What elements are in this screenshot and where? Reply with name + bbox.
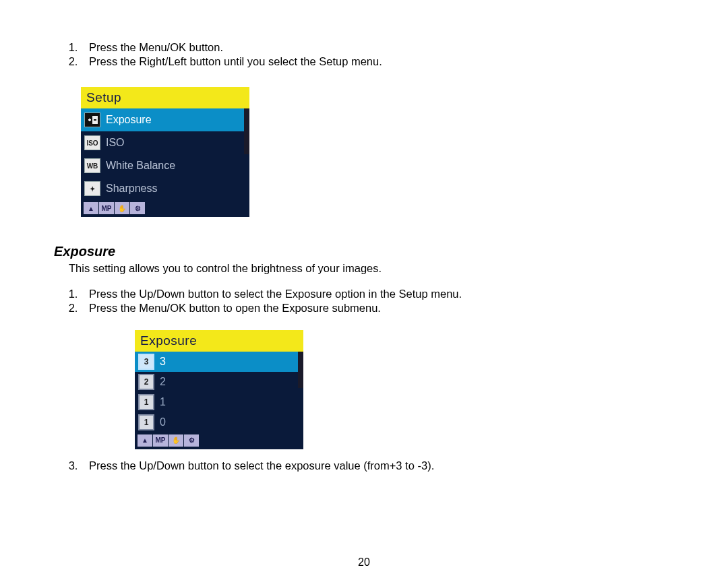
exposure-value-icon: 2 — [138, 374, 154, 390]
setup-menu-screenshot: Setup Exposure ISO ISO WB White Balance … — [81, 87, 249, 217]
menu-item-label: Exposure — [106, 114, 152, 126]
scrollbar-thumb — [244, 108, 249, 154]
menu-item-sharpness: ✦ Sharpness — [81, 177, 249, 200]
scrollbar — [244, 108, 249, 200]
exposure-value-label: 3 — [160, 356, 166, 368]
exposure-value-icon: 1 — [138, 394, 154, 410]
menu-item-exposure: Exposure — [81, 108, 249, 131]
section-description: This setting allows you to control the b… — [69, 262, 674, 275]
step-item: Press the Menu/OK button to open the Exp… — [81, 301, 674, 315]
step-item: Press the Up/Down button to select the e… — [81, 459, 674, 473]
exposure-value-icon: 1 — [138, 414, 154, 430]
menu-item-label: Sharpness — [106, 183, 158, 195]
hand-icon: ✋ — [115, 202, 129, 214]
exposure-submenu-screenshot: Exposure 3 3 2 2 1 1 1 0 ▲ MP — [135, 330, 303, 449]
exposure-value-label: 1 — [160, 396, 166, 408]
step-item: Press the Up/Down button to select the E… — [81, 287, 674, 301]
wb-icon: WB — [84, 158, 100, 173]
exposure-option-0: 1 0 — [135, 412, 303, 432]
exposure-value-icon: 3 — [138, 354, 154, 370]
section-heading-exposure: Exposure — [54, 244, 674, 259]
iso-icon: ISO — [84, 135, 100, 150]
screen-title: Exposure — [135, 330, 303, 352]
exposure-option-1: 1 1 — [135, 392, 303, 412]
scrollbar — [298, 352, 303, 432]
exposure-option-3: 3 3 — [135, 352, 303, 372]
bottom-tab-icons: ▲ MP ✋ ⚙ — [135, 432, 303, 449]
menu-item-iso: ISO ISO — [81, 131, 249, 154]
step-item: Press the Right/Left button until you se… — [81, 55, 674, 69]
step-item: Press the Menu/OK button. — [81, 40, 674, 55]
hand-icon: ✋ — [169, 434, 183, 447]
mode-icon: ▲ — [138, 434, 152, 447]
after-steps-list: Press the Up/Down button to select the e… — [54, 459, 674, 473]
mid-steps-list: Press the Up/Down button to select the E… — [54, 287, 674, 315]
exposure-icon — [84, 112, 100, 127]
menu-item-white-balance: WB White Balance — [81, 154, 249, 177]
top-steps-list: Press the Menu/OK button. Press the Righ… — [54, 40, 674, 68]
mp-icon: MP — [153, 434, 168, 447]
exposure-option-2: 2 2 — [135, 372, 303, 392]
settings-icon: ⚙ — [130, 202, 145, 214]
bottom-tab-icons: ▲ MP ✋ ⚙ — [81, 200, 249, 217]
sharpness-icon: ✦ — [84, 181, 100, 196]
mode-icon: ▲ — [84, 202, 98, 214]
menu-item-label: ISO — [106, 137, 125, 149]
exposure-value-label: 2 — [160, 376, 166, 388]
exposure-value-label: 0 — [160, 416, 166, 428]
mp-icon: MP — [99, 202, 114, 214]
menu-item-label: White Balance — [106, 160, 175, 172]
page-number: 20 — [0, 556, 728, 569]
screen-title: Setup — [81, 87, 249, 108]
settings-icon: ⚙ — [184, 434, 199, 447]
scrollbar-thumb — [298, 352, 303, 388]
